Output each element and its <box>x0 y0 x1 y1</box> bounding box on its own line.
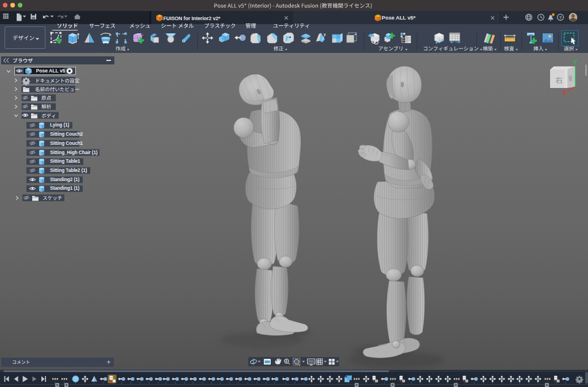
svg-text:Y: Y <box>573 59 577 66</box>
svg-text:X: X <box>562 89 566 96</box>
